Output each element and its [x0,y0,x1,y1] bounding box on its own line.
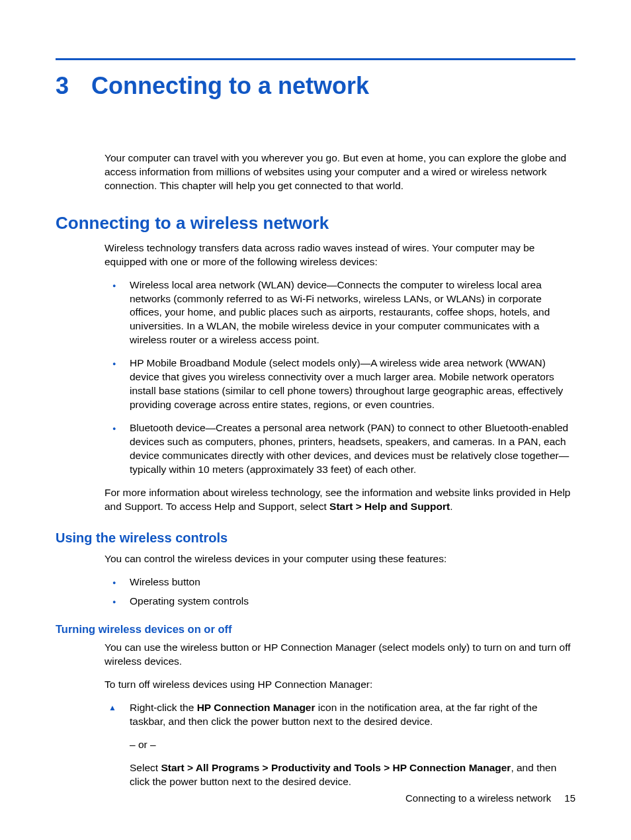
step-text-pre: Right-click the [130,702,197,713]
step-alt-bold: Start > All Programs > Productivity and … [161,762,511,773]
list-item: HP Mobile Broadband Module (select model… [105,357,575,412]
list-item: Operating system controls [105,595,575,609]
step-alt: Select Start > All Programs > Productivi… [130,761,575,789]
section3-p1: You can use the wireless button or HP Co… [105,641,575,669]
section1-closing-paragraph: For more information about wireless tech… [105,486,575,514]
step-alt-pre: Select [130,762,161,773]
step-text-bold: HP Connection Manager [197,702,316,713]
chapter-title: Connecting to a network [91,72,369,100]
page-footer: Connecting to a wireless network 15 [405,792,575,804]
chapter-number: 3 [56,72,69,100]
wireless-devices-list: Wireless local area network (WLAN) devic… [105,278,575,477]
section-heading-turning-on-off: Turning wireless devices on or off [56,623,575,636]
wireless-controls-list: Wireless button Operating system control… [105,575,575,609]
procedure-list: Right-click the HP Connection Manager ic… [105,701,575,789]
list-item: Bluetooth device—Creates a personal area… [105,421,575,477]
section1-lead: Wireless technology transfers data acros… [105,241,575,269]
list-item: Wireless button [105,575,575,589]
section2-lead: You can control the wireless devices in … [105,552,575,566]
page-number: 15 [564,792,575,804]
intro-paragraph: Your computer can travel with you wherev… [105,151,575,193]
closing-text-post: . [450,501,452,512]
section1-body: Wireless technology transfers data acros… [105,241,575,269]
chapter-rule [56,58,575,60]
footer-section-label: Connecting to a wireless network [405,792,551,804]
step-or: – or – [130,738,575,752]
closing-text-bold: Start > Help and Support [329,501,450,512]
procedure-step: Right-click the HP Connection Manager ic… [105,701,575,789]
section-heading-wireless-controls: Using the wireless controls [56,530,575,546]
section2-body: You can control the wireless devices in … [105,552,575,566]
document-page: 3 Connecting to a network Your computer … [0,0,631,840]
chapter-heading: 3 Connecting to a network [56,72,575,100]
section3-body: You can use the wireless button or HP Co… [105,641,575,692]
section3-p2: To turn off wireless devices using HP Co… [105,678,575,692]
section-heading-wireless-network: Connecting to a wireless network [56,213,575,233]
list-item: Wireless local area network (WLAN) devic… [105,278,575,348]
section1-closing: For more information about wireless tech… [105,486,575,514]
